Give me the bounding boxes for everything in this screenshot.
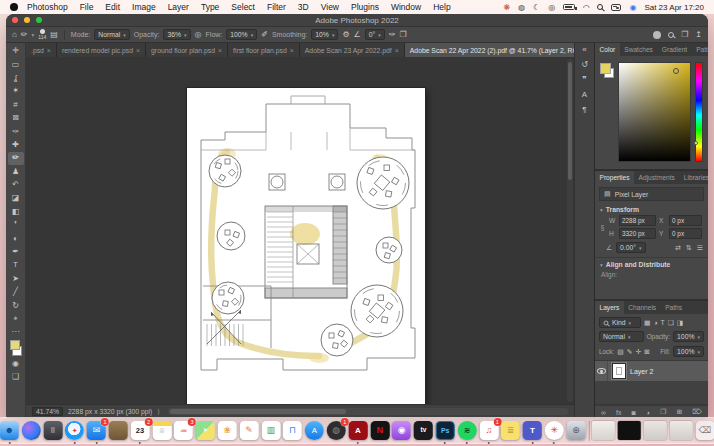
opacity-select[interactable]: 36% xyxy=(163,29,190,40)
status-app1-icon[interactable]: ❋ xyxy=(503,3,510,12)
paragraph-panel-icon[interactable]: ¶ xyxy=(582,106,586,114)
document-canvas[interactable] xyxy=(187,88,425,404)
tab-properties[interactable]: Properties xyxy=(595,171,634,184)
menu-item[interactable]: 3D xyxy=(292,2,315,12)
smoothing-options-gear-icon[interactable]: ⚙ xyxy=(342,31,349,39)
minimized-window[interactable] xyxy=(592,421,615,440)
new-group-icon[interactable]: ❒ xyxy=(660,408,666,416)
menu-item[interactable]: Plugins xyxy=(345,2,385,12)
dock-mail[interactable]: ✉ 1 xyxy=(87,421,106,440)
dock-netflix[interactable]: N xyxy=(370,421,389,440)
align-section-header[interactable]: ▾ Align and Distribute xyxy=(595,258,708,270)
layer-mask-icon[interactable]: ◙ xyxy=(632,409,636,416)
layer-visibility-toggle[interactable] xyxy=(595,361,608,381)
dock-podcasts[interactable]: ◉ xyxy=(392,421,411,440)
menu-item[interactable]: Window xyxy=(385,2,427,12)
flow-select[interactable]: 100% xyxy=(226,29,257,40)
menu-clock[interactable]: Sat 23 Apr 17:20 xyxy=(644,3,704,12)
tab-paths[interactable]: Paths xyxy=(661,301,687,314)
airbrush-icon[interactable]: ✐ xyxy=(261,31,268,39)
close-tab-icon[interactable]: × xyxy=(218,47,222,54)
type-tool[interactable]: T xyxy=(8,259,24,271)
minimized-window[interactable] xyxy=(669,421,692,440)
document-tab[interactable]: .psd × xyxy=(26,43,57,57)
control-center-icon[interactable] xyxy=(611,4,621,11)
brush-tool[interactable]: ✏ xyxy=(8,152,24,164)
object-selection-tool[interactable]: ✶ xyxy=(8,85,24,97)
vertical-scrollbar[interactable] xyxy=(567,59,573,402)
collapse-panels-icon[interactable]: « xyxy=(582,46,586,54)
delete-layer-icon[interactable]: ⌦ xyxy=(692,408,702,416)
height-field[interactable]: 3320 px xyxy=(619,228,656,239)
width-field[interactable]: 2288 px xyxy=(619,215,656,226)
dock-teams[interactable]: T xyxy=(523,421,542,440)
dock-maps[interactable]: ➤ xyxy=(196,421,215,440)
brush-preset-caret-icon[interactable]: ▾ xyxy=(32,32,35,38)
document-tab[interactable]: first floor plan.psd × xyxy=(228,43,300,57)
tab-swatches[interactable]: Swatches xyxy=(620,43,658,56)
brush-preset-icon[interactable]: ✏ xyxy=(21,31,28,39)
layer-filter-select[interactable]: Kind xyxy=(599,317,641,328)
pressure-opacity-icon[interactable]: ◎ xyxy=(195,31,202,39)
dock-app-store[interactable]: A xyxy=(305,421,324,440)
dock-system-settings[interactable]: ⊛ xyxy=(566,421,585,440)
battery-icon[interactable] xyxy=(563,4,575,10)
character-panel-icon[interactable]: A xyxy=(582,91,587,99)
tab-libraries[interactable]: Libraries xyxy=(679,171,708,184)
menu-item[interactable]: Photoshop xyxy=(21,2,74,12)
layer-effects-icon[interactable]: fx xyxy=(616,409,621,416)
layer-thumbnail[interactable] xyxy=(612,363,626,379)
horizontal-scrollbar[interactable] xyxy=(168,408,568,415)
smoothing-select[interactable]: 10% xyxy=(311,29,338,40)
history-brush-tool[interactable]: ↶ xyxy=(8,179,24,191)
dock-photos[interactable]: ❀ xyxy=(218,421,237,440)
healing-brush-tool[interactable]: ✚ xyxy=(8,139,24,151)
crop-tool[interactable]: # xyxy=(8,99,24,111)
lock-position-icon[interactable]: ✛ xyxy=(635,348,641,356)
dock-stickies[interactable]: ≣ xyxy=(501,421,520,440)
document-tab[interactable]: Adobe Scan 23 Apr 2022.pdf × xyxy=(300,43,405,57)
x-field[interactable]: 0 px xyxy=(669,215,702,226)
clone-stamp-tool[interactable]: ♟ xyxy=(8,166,24,178)
share-icon[interactable]: ↥ xyxy=(695,31,702,39)
status-options-chevron-icon[interactable]: ⟩ xyxy=(157,408,160,416)
gradient-tool[interactable]: ◧ xyxy=(8,206,24,218)
link-dimensions-icon[interactable]: § xyxy=(599,224,606,231)
filter-type-layers-icon[interactable]: T xyxy=(661,319,665,327)
flip-horizontal-icon[interactable]: ⇄ xyxy=(675,244,681,252)
pressure-size-icon[interactable]: ✑ xyxy=(389,31,396,39)
siri-icon[interactable]: ◉ xyxy=(629,3,636,12)
link-layers-icon[interactable]: ∞ xyxy=(601,409,606,416)
lock-all-icon[interactable]: ⊠ xyxy=(644,348,650,356)
menu-item[interactable]: Layer xyxy=(162,2,195,12)
tab-color[interactable]: Color xyxy=(595,43,620,56)
rotate-view-tool[interactable]: ↻ xyxy=(8,299,24,311)
layer-name[interactable]: Layer 2 xyxy=(630,368,653,375)
filter-pixel-layers-icon[interactable]: ▦ xyxy=(644,319,650,327)
horizontal-scrollbar-thumb[interactable] xyxy=(170,409,346,414)
dock-folder-brown[interactable] xyxy=(109,421,128,440)
document-tab[interactable]: Adobe Scan 22 Apr 2022 (2).pdf @ 41.7% (… xyxy=(405,43,574,57)
tab-channels[interactable]: Channels xyxy=(624,301,661,314)
transform-section-header[interactable]: ▾ Transform xyxy=(595,203,708,215)
brush-settings-panel-icon[interactable]: ▤ xyxy=(50,31,58,39)
vertical-scrollbar-thumb[interactable] xyxy=(568,62,572,180)
home-icon[interactable]: ⌂ xyxy=(12,31,17,39)
lock-paint-icon[interactable]: ✎ xyxy=(627,348,633,356)
dock-calendar[interactable]: 23 2 xyxy=(131,421,150,440)
spotlight-icon[interactable] xyxy=(597,4,603,10)
menu-item[interactable]: Type xyxy=(195,2,225,12)
status-app2-icon[interactable]: ◍ xyxy=(518,3,525,12)
close-tab-icon[interactable]: × xyxy=(136,47,140,54)
menu-item[interactable]: Filter xyxy=(261,2,292,12)
close-tab-icon[interactable]: × xyxy=(290,47,294,54)
filter-adjustment-layers-icon[interactable]: ◑ xyxy=(653,319,657,327)
layer-row[interactable]: Layer 2 xyxy=(595,361,708,381)
dock-pages[interactable]: ✎ xyxy=(240,421,259,440)
dock-spotify[interactable]: ≋ xyxy=(457,421,476,440)
move-tool[interactable]: ✛ xyxy=(8,45,24,57)
lasso-tool[interactable]: ʆ xyxy=(8,72,24,84)
filter-smart-objects-icon[interactable]: ◨ xyxy=(677,319,683,327)
dock-siri[interactable] xyxy=(22,421,41,440)
document-tab[interactable]: rendered model pic.psd × xyxy=(57,43,146,57)
